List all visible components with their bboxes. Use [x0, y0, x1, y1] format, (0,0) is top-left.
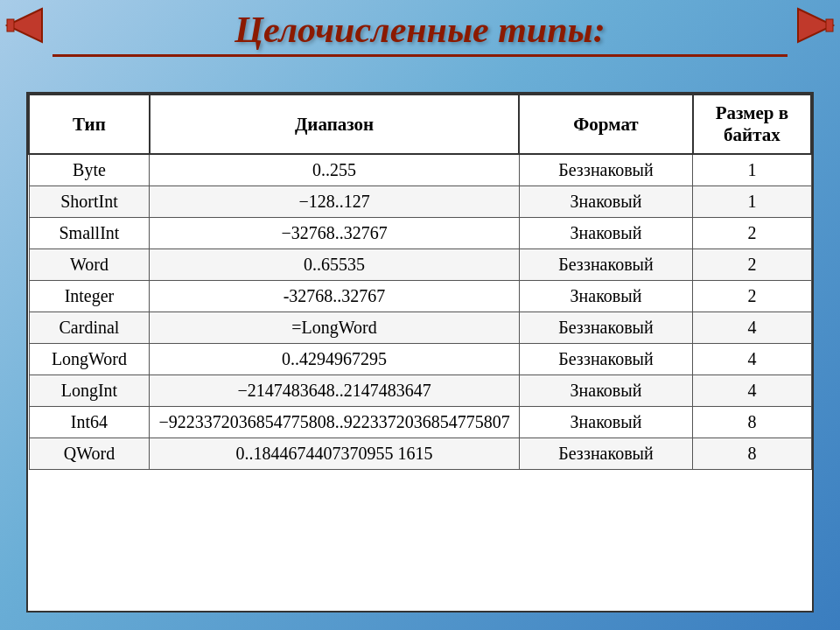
page-title: Целочисленные типы: [52, 9, 788, 57]
cell-range: 0..4294967295 [150, 344, 519, 375]
cell-size: 4 [693, 375, 811, 407]
cell-size: 2 [693, 249, 811, 281]
cell-format: Беззнаковый [519, 344, 693, 375]
cell-type: SmallInt [29, 218, 150, 249]
table-header-row: Тип Диапазон Формат Размер в байтах [29, 94, 811, 154]
cell-format: Беззнаковый [519, 154, 693, 186]
header-format: Формат [519, 94, 693, 154]
cell-range: =LongWord [150, 312, 519, 344]
cell-format: Знаковый [519, 218, 693, 249]
cell-type: Cardinal [29, 312, 150, 344]
header-type: Тип [29, 94, 150, 154]
cell-range: 0..1844674407370955 1615 [150, 438, 519, 470]
header-range: Диапазон [150, 94, 519, 154]
header-size: Размер в байтах [693, 94, 811, 154]
table-row: Int64−9223372036854775808..9223372036854… [29, 407, 811, 438]
cell-size: 4 [693, 344, 811, 375]
cell-format: Знаковый [519, 281, 693, 312]
data-table-container: Тип Диапазон Формат Размер в байтах Byte… [26, 92, 814, 612]
cell-size: 2 [693, 281, 811, 312]
cell-format: Беззнаковый [519, 249, 693, 281]
cell-type: Int64 [29, 407, 150, 438]
cell-type: LongWord [29, 344, 150, 375]
cell-size: 2 [693, 218, 811, 249]
cell-type: Word [29, 249, 150, 281]
cell-format: Беззнаковый [519, 312, 693, 344]
table-row: Byte0..255Беззнаковый1 [29, 154, 811, 186]
cell-format: Беззнаковый [519, 438, 693, 470]
next-button[interactable] [794, 7, 836, 44]
table-row: Cardinal=LongWordБеззнаковый4 [29, 312, 811, 344]
cell-type: Integer [29, 281, 150, 312]
cell-range: −9223372036854775808..922337203685477580… [150, 407, 519, 438]
cell-range: −32768..32767 [150, 218, 519, 249]
table-row: LongInt−2147483648..2147483647Знаковый4 [29, 375, 811, 407]
cell-format: Знаковый [519, 375, 693, 407]
cell-size: 1 [693, 186, 811, 218]
cell-range: −128..127 [150, 186, 519, 218]
prev-button[interactable] [4, 7, 46, 44]
table-row: SmallInt−32768..32767Знаковый2 [29, 218, 811, 249]
cell-type: QWord [29, 438, 150, 470]
svg-rect-3 [826, 19, 833, 32]
cell-size: 1 [693, 154, 811, 186]
cell-range: -32768..32767 [150, 281, 519, 312]
cell-size: 8 [693, 407, 811, 438]
cell-range: −2147483648..2147483647 [150, 375, 519, 407]
cell-format: Знаковый [519, 407, 693, 438]
cell-range: 0..65535 [150, 249, 519, 281]
cell-type: LongInt [29, 375, 150, 407]
table-row: LongWord0..4294967295Беззнаковый4 [29, 344, 811, 375]
table-row: Integer-32768..32767Знаковый2 [29, 281, 811, 312]
table-row: QWord0..1844674407370955 1615Беззнаковый… [29, 438, 811, 470]
table-row: Word0..65535Беззнаковый2 [29, 249, 811, 281]
cell-format: Знаковый [519, 186, 693, 218]
table-row: ShortInt−128..127Знаковый1 [29, 186, 811, 218]
cell-type: Byte [29, 154, 150, 186]
integer-types-table: Тип Диапазон Формат Размер в байтах Byte… [28, 94, 812, 470]
cell-range: 0..255 [150, 154, 519, 186]
cell-type: ShortInt [29, 186, 150, 218]
cell-size: 8 [693, 438, 811, 470]
cell-size: 4 [693, 312, 811, 344]
svg-rect-1 [7, 19, 14, 32]
